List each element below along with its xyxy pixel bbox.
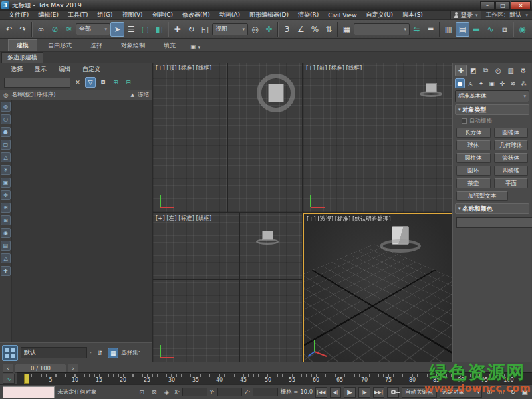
- maximize-button[interactable]: □: [495, 1, 510, 10]
- display-tab-icon[interactable]: ▥: [505, 65, 517, 76]
- spacewarps-category-icon[interactable]: ≋: [508, 78, 518, 88]
- scene-filter-icon[interactable]: ◍: [1, 102, 11, 112]
- search-input[interactable]: [4, 78, 70, 88]
- object-name-field[interactable]: [456, 217, 532, 228]
- absolute-mode-icon[interactable]: ◈: [162, 387, 172, 397]
- teapot-button[interactable]: 茶壶: [456, 178, 491, 188]
- pyramid-button[interactable]: 四棱锥: [494, 166, 529, 176]
- ribbon-tab-object-paint[interactable]: 对象绘制: [113, 40, 153, 51]
- scene-filter-icon[interactable]: ≋: [1, 203, 11, 213]
- viewport-perspective[interactable]: [+] [透视] [标准] [默认明暗处理]: [303, 213, 452, 362]
- viewport-left-label[interactable]: [+] [左] [标准] [线框]: [156, 215, 211, 223]
- cone-button[interactable]: 圆锥体: [494, 128, 529, 138]
- snaps-toggle-3d[interactable]: 3: [280, 22, 294, 37]
- bind-to-space-warp-icon[interactable]: ≋: [62, 22, 76, 37]
- name-color-rollout[interactable]: ▾ 名称和颜色: [455, 203, 529, 214]
- frame-next-button[interactable]: ›: [68, 364, 78, 373]
- go-to-start-button[interactable]: |◀◀: [315, 387, 327, 398]
- select-by-name-button[interactable]: ☰: [124, 22, 138, 37]
- scene-filter-icon[interactable]: ◉: [1, 228, 11, 238]
- scene-filter-icon[interactable]: ▣: [1, 178, 11, 188]
- scene-filter-icon[interactable]: ✚: [1, 266, 11, 276]
- frame-counter[interactable]: 0 / 100: [15, 364, 66, 373]
- ribbon-subtab-polygon-modeling[interactable]: 多边形建模: [1, 52, 43, 63]
- maximize-viewport-toggle-icon[interactable]: ▣: [520, 387, 529, 397]
- isolate-selection-icon[interactable]: ⊡: [137, 387, 147, 397]
- select-and-scale-button[interactable]: ◱: [198, 22, 212, 37]
- viewcube[interactable]: [255, 231, 279, 245]
- menu-civil-view[interactable]: Civil View: [323, 12, 361, 19]
- se-menu-select[interactable]: 选择: [5, 65, 28, 74]
- selection-set-icon[interactable]: ▦: [108, 348, 118, 358]
- motion-tab-icon[interactable]: ◎: [493, 65, 505, 76]
- ribbon-camera-icon[interactable]: ▣ ▾: [186, 42, 204, 51]
- stack-arrows-icon[interactable]: ⇵: [94, 348, 105, 358]
- viewcube[interactable]: [419, 83, 443, 97]
- spinner-snap-toggle[interactable]: ⇅: [322, 22, 336, 37]
- collapse-all-icon[interactable]: ⊟: [123, 77, 134, 88]
- toggle-scene-explorer-button[interactable]: ▥: [442, 22, 456, 37]
- select-and-link-icon[interactable]: ∞: [34, 22, 48, 37]
- named-set-field[interactable]: [21, 347, 87, 358]
- viewcube[interactable]: [378, 226, 422, 253]
- scene-filter-icon[interactable]: △: [1, 152, 11, 162]
- redo-button[interactable]: ↷: [16, 22, 30, 37]
- scene-filter-icon[interactable]: ○: [1, 114, 11, 124]
- shapes-category-icon[interactable]: ◬: [466, 78, 475, 88]
- unlink-selection-icon[interactable]: ⊘: [48, 22, 62, 37]
- x-coordinate-field[interactable]: [182, 388, 207, 396]
- plane-button[interactable]: 平面: [494, 178, 529, 188]
- window-crossing-toggle[interactable]: ◧: [152, 22, 166, 37]
- close-button[interactable]: ✕: [511, 1, 531, 10]
- clear-search-icon[interactable]: ✕: [72, 77, 83, 88]
- viewport-top[interactable]: [+] [顶] [标准] [线框]: [153, 63, 302, 212]
- name-column-header[interactable]: 名称(按升序排序): [11, 91, 55, 99]
- scene-filter-icon[interactable]: ●: [1, 127, 11, 137]
- ribbon-tab-freeform[interactable]: 自由形式: [40, 40, 80, 51]
- scene-filter-icon[interactable]: ✛: [1, 190, 11, 200]
- curve-editor-button[interactable]: ∿: [483, 22, 497, 37]
- display-toggle-icon[interactable]: ◎: [3, 92, 8, 98]
- scene-filter-icon[interactable]: ☀: [1, 165, 11, 175]
- menu-graph-editors[interactable]: 图形编辑器(D): [245, 11, 293, 19]
- frame-prev-button[interactable]: ‹: [3, 364, 13, 373]
- scene-filter-icon[interactable]: ▢: [1, 140, 11, 150]
- viewport-top-label[interactable]: [+] [顶] [标准] [线框]: [156, 65, 211, 72]
- schematic-view-button[interactable]: ⧈: [497, 22, 511, 37]
- select-and-rotate-button[interactable]: ↻: [184, 22, 198, 37]
- viewport-left[interactable]: [+] [左] [标准] [线框]: [153, 213, 302, 362]
- time-slider[interactable]: [24, 374, 29, 384]
- menu-group[interactable]: 组(G): [92, 11, 117, 19]
- workspace-dropdown[interactable]: 默认: [509, 11, 521, 19]
- undo-button[interactable]: ↶: [2, 22, 16, 37]
- rectangular-selection-region-button[interactable]: ▢: [138, 22, 152, 37]
- torus-button[interactable]: 圆环: [456, 166, 491, 176]
- scene-explorer-list[interactable]: [12, 100, 152, 342]
- sphere-button[interactable]: 球体: [456, 140, 491, 150]
- toggle-ribbon-button[interactable]: ▬: [469, 22, 483, 37]
- helpers-category-icon[interactable]: ✛: [497, 78, 507, 88]
- menu-modifiers[interactable]: 修改器(M): [178, 11, 215, 19]
- named-selection-sets-dropdown[interactable]: ▾: [354, 23, 410, 35]
- sign-in-button[interactable]: 登录 ▾: [450, 11, 482, 19]
- key-filter-dropdown[interactable]: 选定对象 ▾: [440, 387, 483, 398]
- systems-category-icon[interactable]: ⁂: [519, 78, 529, 88]
- percent-snap-toggle[interactable]: %: [308, 22, 322, 37]
- render-setup-button[interactable]: ⚙: [529, 22, 532, 37]
- menu-tools[interactable]: 工具(T): [63, 11, 93, 19]
- menu-create[interactable]: 创建(C): [148, 11, 178, 19]
- select-object-button[interactable]: ➤: [110, 22, 124, 37]
- maxscript-mini-listener[interactable]: [3, 386, 55, 398]
- previous-frame-button[interactable]: ◀|: [330, 387, 342, 398]
- minimize-button[interactable]: –: [480, 1, 495, 10]
- material-editor-button[interactable]: ◉: [515, 22, 529, 37]
- modify-tab-icon[interactable]: ◩: [467, 65, 479, 76]
- play-button[interactable]: ▶: [344, 387, 356, 398]
- reference-coordinate-dropdown[interactable]: 视图 ▾: [212, 23, 248, 35]
- use-pivot-center-button[interactable]: ◎: [248, 22, 262, 37]
- box-button[interactable]: 长方体: [456, 128, 491, 138]
- z-coordinate-field[interactable]: [253, 388, 277, 396]
- set-key-button[interactable]: [387, 387, 399, 398]
- zoom-all-icon[interactable]: ⊞: [497, 387, 506, 397]
- selection-filter-dropdown[interactable]: 全部 ▾: [76, 23, 110, 35]
